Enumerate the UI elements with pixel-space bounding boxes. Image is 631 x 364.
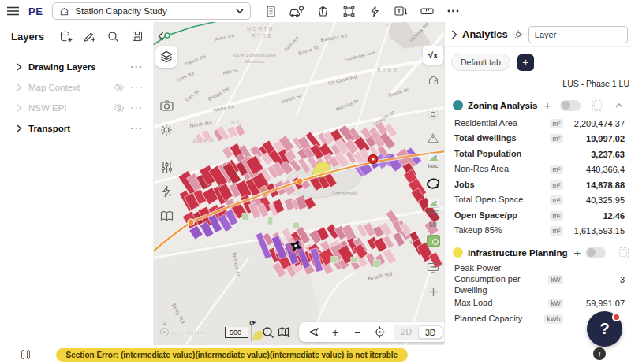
expand-panel-icon[interactable] [451,30,457,39]
measure-tool-icon[interactable] [418,2,435,20]
mode-2d-button[interactable]: 2D [395,325,418,339]
transport-tool-icon[interactable] [288,2,305,20]
chevron-right-icon[interactable] [16,124,22,132]
analytics-sections: Zoning Analysis+Residential Aream²2,209,… [445,91,631,326]
chevron-right-icon[interactable] [16,84,22,91]
guide-book-icon[interactable] [157,207,176,225]
collapse-panel-icon[interactable] [153,28,169,44]
layer-item-menu-icon[interactable]: ··· [131,61,144,72]
filters-sliders-icon[interactable] [157,158,176,176]
sun-brightness-icon[interactable] [424,106,442,123]
info-icon[interactable]: i [593,347,606,360]
collapse-section-icon[interactable] [615,103,623,108]
metric-label: Planned Capacity [454,314,544,325]
map-graphic[interactable]: N O R T HR Y D EAven RdTrevitt RdKent Rd… [154,22,444,345]
aerial-thumb-icon[interactable] [427,235,440,247]
tab-default[interactable]: Default tab [451,54,510,71]
add-layer-icon[interactable] [58,28,74,44]
formula-tool[interactable]: √x [423,46,443,65]
section-add-icon[interactable]: + [543,99,555,111]
add-tab-button[interactable]: + [517,54,534,71]
map-canvas[interactable]: N O R T HR Y D EAven RdTrevitt RdKent Rd… [154,22,444,345]
menu-icon[interactable] [7,6,19,16]
app-logo: PE [28,6,43,17]
layer-item-transport[interactable]: Transport··· [0,118,153,139]
svg-text:D E: D E [231,121,240,125]
duplicate-section-icon[interactable] [592,100,603,111]
layers-stack-icon[interactable] [155,46,177,68]
mode-3d-button[interactable]: 3D [418,325,442,339]
broken-image-placeholder[interactable]: loac [428,199,439,214]
mapbox-attribution[interactable]: mapbox [160,328,204,337]
dimension-toggle: 2D 3D [394,325,444,340]
massing-tool-icon[interactable] [314,2,331,20]
section-add-icon[interactable]: + [574,247,581,258]
layer-item-drawing-layers[interactable]: Drawing Layers··· [0,57,153,77]
select-area-tool-icon[interactable] [340,2,357,20]
metric-label: Total dwellings [454,133,550,144]
duplicate-section-icon[interactable] [618,247,629,258]
chevron-right-icon[interactable] [16,104,22,112]
metric-value: 40,325.95 [563,195,625,205]
basemap-switcher[interactable]: ⟳ [251,323,252,342]
map-bottom-controls: mapbox 500 ⟳ + − 2D 3D [154,322,444,342]
metric-row: Total Population3,237.63 [445,147,631,162]
metric-row: Takeup 85%m²1,613,593.15 [445,224,631,240]
layer-item-nsw-epi[interactable]: NSW EPI··· [0,98,153,118]
broken-image-alt: loac [428,209,439,214]
compass-arrow-icon[interactable] [304,324,323,340]
unit-badge: kWh [544,314,563,324]
route-stop-marker[interactable] [188,219,194,225]
add-tool-icon[interactable] [424,283,442,300]
metric-label: Peak Power Consumption per Dwelling [454,263,548,295]
unit-badge: m² [550,226,563,236]
metric-value: 59,991.07 [563,299,625,308]
layer-item-menu-icon[interactable]: ··· [131,123,144,134]
help-button[interactable]: ? [587,311,622,347]
error-badge[interactable]: Section Error: (intermediate value)(inte… [56,348,409,362]
broken-image-icon [428,153,439,162]
zoom-in-button[interactable]: + [326,324,345,340]
camera-icon[interactable] [157,97,176,114]
save-icon[interactable] [129,28,145,44]
section-toggle[interactable] [560,100,581,111]
section-toggle[interactable] [585,247,606,258]
layer-item-map-context[interactable]: Map Context··· [0,77,153,98]
map-scale: 500 [225,327,248,338]
map-settings-icon[interactable] [278,324,291,341]
analytics-panel: Analytics Layer Default tab + LUS - Phas… [444,22,631,345]
project-selector[interactable]: Station Capacity Study [52,2,251,20]
chevron-right-icon[interactable] [16,63,22,71]
building-tool-icon[interactable] [262,2,279,20]
broken-image-placeholder[interactable]: loac [428,153,439,169]
home-sketch-icon[interactable] [424,71,442,88]
sqrt-label: √x [428,50,438,60]
flash-icon[interactable] [157,183,176,200]
metric-label: Total Population [454,149,563,160]
layer-item-menu-icon[interactable]: ··· [131,82,144,93]
layer-item-menu-icon[interactable]: ··· [131,102,144,113]
text-annotate-tool-icon[interactable] [392,2,409,20]
lightning-tool-icon[interactable] [366,2,383,20]
layer-mode-select[interactable]: Layer [528,26,628,43]
rotate-icon: ⟳ [250,319,256,327]
locate-target-icon[interactable] [370,324,389,340]
search-icon[interactable] [106,28,121,44]
mapbox-logo-icon [160,328,169,336]
terrain-icon[interactable] [424,129,442,147]
visibility-off-icon[interactable] [114,103,125,113]
analytics-gear-icon[interactable] [513,29,524,40]
section-color-dot [453,100,463,110]
zoom-out-button[interactable]: − [348,324,367,340]
settings-gear-icon[interactable] [157,121,176,139]
visibility-off-icon[interactable] [114,83,125,92]
map-search-icon[interactable] [262,324,274,341]
more-tools-icon[interactable] [444,2,461,20]
mi-label: MI [429,221,437,228]
monitor-chart-icon[interactable] [424,259,442,277]
route-stop-marker[interactable] [297,178,303,184]
analysis-subtitle: LUS - Phase 1 LU [445,74,631,91]
lasso-select-icon[interactable] [424,175,442,192]
draw-add-icon[interactable] [82,28,98,44]
pause-icon[interactable] [21,350,30,359]
